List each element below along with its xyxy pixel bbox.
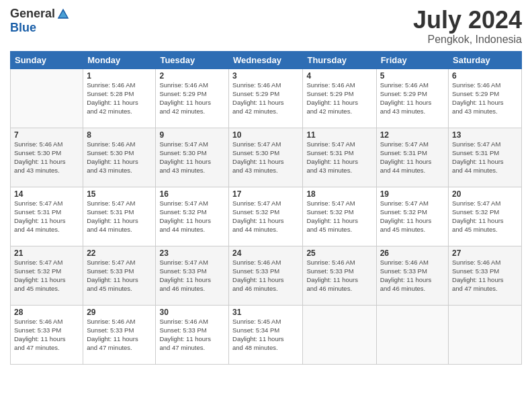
calendar-week-row: 28Sunrise: 5:46 AM Sunset: 5:33 PM Dayli… bbox=[11, 305, 522, 364]
day-info: Sunrise: 5:47 AM Sunset: 5:31 PM Dayligh… bbox=[452, 140, 518, 175]
column-header-friday: Friday bbox=[376, 51, 448, 68]
calendar-container: General Blue July 2024 Pengkok, Indonesi… bbox=[0, 0, 532, 411]
day-info: Sunrise: 5:47 AM Sunset: 5:32 PM Dayligh… bbox=[306, 199, 372, 234]
day-info: Sunrise: 5:47 AM Sunset: 5:31 PM Dayligh… bbox=[87, 199, 152, 234]
calendar-cell: 21Sunrise: 5:47 AM Sunset: 5:32 PM Dayli… bbox=[11, 246, 83, 305]
calendar-cell: 5Sunrise: 5:46 AM Sunset: 5:29 PM Daylig… bbox=[376, 68, 448, 128]
day-number: 14 bbox=[14, 189, 79, 199]
day-number: 22 bbox=[87, 248, 152, 258]
calendar-cell: 30Sunrise: 5:46 AM Sunset: 5:33 PM Dayli… bbox=[156, 305, 229, 364]
day-number: 9 bbox=[159, 130, 225, 140]
day-number: 19 bbox=[380, 189, 445, 199]
title-block: July 2024 Pengkok, Indonesia bbox=[413, 7, 522, 46]
day-number: 24 bbox=[232, 248, 299, 258]
column-header-thursday: Thursday bbox=[303, 51, 376, 68]
day-number: 10 bbox=[232, 130, 299, 140]
day-number: 2 bbox=[159, 71, 225, 81]
day-info: Sunrise: 5:47 AM Sunset: 5:31 PM Dayligh… bbox=[380, 140, 445, 175]
day-number: 5 bbox=[380, 71, 445, 81]
day-number: 3 bbox=[232, 71, 299, 81]
column-header-sunday: Sunday bbox=[11, 51, 83, 68]
column-header-wednesday: Wednesday bbox=[229, 51, 303, 68]
day-info: Sunrise: 5:46 AM Sunset: 5:33 PM Dayligh… bbox=[306, 258, 372, 293]
day-number: 23 bbox=[159, 248, 225, 258]
calendar-cell: 28Sunrise: 5:46 AM Sunset: 5:33 PM Dayli… bbox=[11, 305, 83, 364]
day-number: 25 bbox=[306, 248, 372, 258]
calendar-cell: 17Sunrise: 5:47 AM Sunset: 5:32 PM Dayli… bbox=[229, 187, 303, 246]
calendar-cell: 19Sunrise: 5:47 AM Sunset: 5:32 PM Dayli… bbox=[376, 187, 448, 246]
calendar-week-row: 21Sunrise: 5:47 AM Sunset: 5:32 PM Dayli… bbox=[11, 246, 522, 305]
day-info: Sunrise: 5:46 AM Sunset: 5:29 PM Dayligh… bbox=[452, 81, 518, 116]
day-number: 30 bbox=[159, 308, 225, 317]
day-info: Sunrise: 5:46 AM Sunset: 5:29 PM Dayligh… bbox=[232, 81, 299, 116]
calendar-cell bbox=[11, 68, 83, 128]
day-info: Sunrise: 5:47 AM Sunset: 5:30 PM Dayligh… bbox=[159, 140, 225, 175]
day-number: 21 bbox=[14, 248, 79, 258]
calendar-cell: 25Sunrise: 5:46 AM Sunset: 5:33 PM Dayli… bbox=[303, 246, 376, 305]
calendar-cell: 31Sunrise: 5:45 AM Sunset: 5:34 PM Dayli… bbox=[229, 305, 303, 364]
calendar-week-row: 14Sunrise: 5:47 AM Sunset: 5:31 PM Dayli… bbox=[11, 187, 522, 246]
day-number: 20 bbox=[452, 189, 518, 199]
calendar-cell: 6Sunrise: 5:46 AM Sunset: 5:29 PM Daylig… bbox=[449, 68, 522, 128]
day-info: Sunrise: 5:46 AM Sunset: 5:29 PM Dayligh… bbox=[306, 81, 372, 116]
day-number: 27 bbox=[452, 248, 518, 258]
calendar-cell bbox=[449, 305, 522, 364]
calendar-cell: 9Sunrise: 5:47 AM Sunset: 5:30 PM Daylig… bbox=[156, 128, 229, 187]
day-number: 8 bbox=[87, 130, 152, 140]
column-header-tuesday: Tuesday bbox=[156, 51, 229, 68]
day-info: Sunrise: 5:46 AM Sunset: 5:29 PM Dayligh… bbox=[380, 81, 445, 116]
calendar-cell: 24Sunrise: 5:46 AM Sunset: 5:33 PM Dayli… bbox=[229, 246, 303, 305]
calendar-week-row: 7Sunrise: 5:46 AM Sunset: 5:30 PM Daylig… bbox=[11, 128, 522, 187]
calendar-cell: 23Sunrise: 5:47 AM Sunset: 5:33 PM Dayli… bbox=[156, 246, 229, 305]
calendar-cell: 11Sunrise: 5:47 AM Sunset: 5:31 PM Dayli… bbox=[303, 128, 376, 187]
column-header-saturday: Saturday bbox=[449, 51, 522, 68]
day-info: Sunrise: 5:47 AM Sunset: 5:31 PM Dayligh… bbox=[14, 199, 79, 234]
day-info: Sunrise: 5:46 AM Sunset: 5:33 PM Dayligh… bbox=[87, 317, 152, 353]
day-number: 28 bbox=[14, 308, 79, 317]
calendar-cell bbox=[303, 305, 376, 364]
day-info: Sunrise: 5:46 AM Sunset: 5:33 PM Dayligh… bbox=[380, 258, 445, 293]
calendar-cell: 1Sunrise: 5:46 AM Sunset: 5:28 PM Daylig… bbox=[83, 68, 156, 128]
calendar-cell: 3Sunrise: 5:46 AM Sunset: 5:29 PM Daylig… bbox=[229, 68, 303, 128]
day-info: Sunrise: 5:46 AM Sunset: 5:33 PM Dayligh… bbox=[14, 317, 79, 353]
calendar-header-row: SundayMondayTuesdayWednesdayThursdayFrid… bbox=[11, 51, 522, 68]
day-number: 17 bbox=[232, 189, 299, 199]
calendar-cell: 29Sunrise: 5:46 AM Sunset: 5:33 PM Dayli… bbox=[83, 305, 156, 364]
calendar-cell bbox=[376, 305, 448, 364]
calendar-cell: 16Sunrise: 5:47 AM Sunset: 5:32 PM Dayli… bbox=[156, 187, 229, 246]
day-number: 29 bbox=[87, 308, 152, 317]
day-number: 18 bbox=[306, 189, 372, 199]
calendar-cell: 8Sunrise: 5:46 AM Sunset: 5:30 PM Daylig… bbox=[83, 128, 156, 187]
day-info: Sunrise: 5:46 AM Sunset: 5:30 PM Dayligh… bbox=[87, 140, 152, 175]
day-info: Sunrise: 5:47 AM Sunset: 5:30 PM Dayligh… bbox=[232, 140, 299, 175]
month-title: July 2024 bbox=[413, 7, 522, 34]
day-number: 11 bbox=[306, 130, 372, 140]
day-info: Sunrise: 5:47 AM Sunset: 5:32 PM Dayligh… bbox=[14, 258, 79, 293]
day-number: 15 bbox=[87, 189, 152, 199]
calendar-cell: 20Sunrise: 5:47 AM Sunset: 5:32 PM Dayli… bbox=[449, 187, 522, 246]
day-info: Sunrise: 5:46 AM Sunset: 5:28 PM Dayligh… bbox=[87, 81, 152, 116]
day-number: 31 bbox=[232, 308, 299, 317]
calendar-cell: 27Sunrise: 5:46 AM Sunset: 5:33 PM Dayli… bbox=[449, 246, 522, 305]
logo-blue-text: Blue bbox=[10, 21, 36, 35]
day-info: Sunrise: 5:47 AM Sunset: 5:32 PM Dayligh… bbox=[159, 199, 225, 234]
day-info: Sunrise: 5:47 AM Sunset: 5:33 PM Dayligh… bbox=[159, 258, 225, 293]
calendar-cell: 13Sunrise: 5:47 AM Sunset: 5:31 PM Dayli… bbox=[449, 128, 522, 187]
day-number: 7 bbox=[14, 130, 79, 140]
calendar-cell: 4Sunrise: 5:46 AM Sunset: 5:29 PM Daylig… bbox=[303, 68, 376, 128]
day-number: 6 bbox=[452, 71, 518, 81]
calendar-table: SundayMondayTuesdayWednesdayThursdayFrid… bbox=[10, 51, 522, 365]
day-number: 26 bbox=[380, 248, 445, 258]
logo-general-text: General bbox=[10, 7, 55, 21]
header: General Blue July 2024 Pengkok, Indonesi… bbox=[10, 7, 522, 46]
logo: General Blue bbox=[10, 7, 70, 35]
day-info: Sunrise: 5:46 AM Sunset: 5:33 PM Dayligh… bbox=[159, 317, 225, 353]
day-info: Sunrise: 5:46 AM Sunset: 5:30 PM Dayligh… bbox=[14, 140, 79, 175]
calendar-cell: 14Sunrise: 5:47 AM Sunset: 5:31 PM Dayli… bbox=[11, 187, 83, 246]
column-header-monday: Monday bbox=[83, 51, 156, 68]
calendar-cell: 12Sunrise: 5:47 AM Sunset: 5:31 PM Dayli… bbox=[376, 128, 448, 187]
day-number: 12 bbox=[380, 130, 445, 140]
day-info: Sunrise: 5:47 AM Sunset: 5:32 PM Dayligh… bbox=[232, 199, 299, 234]
calendar-cell: 18Sunrise: 5:47 AM Sunset: 5:32 PM Dayli… bbox=[303, 187, 376, 246]
day-number: 16 bbox=[159, 189, 225, 199]
